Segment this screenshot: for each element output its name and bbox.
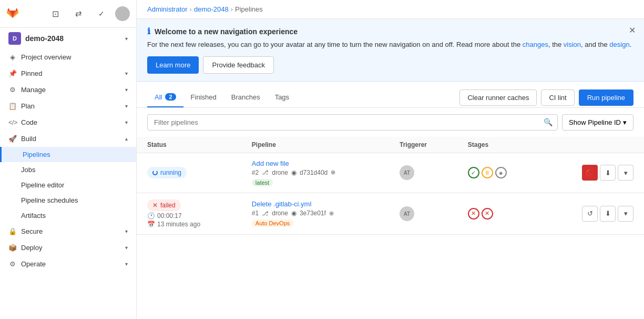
run-pipeline-button[interactable]: Run pipeline — [579, 89, 633, 106]
chevron-down-icon: ▾ — [125, 87, 128, 93]
download-pipeline-button[interactable]: ⬇ — [600, 165, 616, 181]
clear-runner-caches-button[interactable]: Clear runner caches — [459, 89, 537, 106]
show-pipeline-id-button[interactable]: Show Pipeline ID ▾ — [562, 114, 633, 131]
sidebar-toggle-button[interactable]: ⊡ — [46, 4, 65, 23]
sidebar-toggle-icon: ⊡ — [52, 9, 59, 19]
sidebar-item-label: Plan — [21, 102, 35, 110]
more-actions-button[interactable]: ▾ — [618, 206, 633, 222]
ci-lint-button[interactable]: CI lint — [541, 89, 574, 106]
stage-fail-icon-1[interactable]: ✕ — [468, 208, 479, 220]
banner-link-vision[interactable]: vision — [564, 41, 581, 48]
svg-text:AT: AT — [404, 170, 410, 176]
sidebar-item-code[interactable]: </> Code ▾ — [0, 114, 136, 131]
row-status-cell: ✕ failed 🕐 00:00:17 📅 13 minutes ago — [137, 193, 241, 234]
manage-icon: ⚙ — [8, 86, 17, 94]
sidebar-item-plan[interactable]: 📋 Plan ▾ — [0, 98, 136, 114]
sidebar-item-build[interactable]: 🚀 Build ▴ — [0, 131, 136, 147]
breadcrumb-admin[interactable]: Administrator — [147, 5, 188, 13]
chevron-down-icon: ▾ — [125, 103, 128, 109]
banner-link-design[interactable]: design — [609, 41, 629, 48]
chevron-down-icon: ▾ — [624, 210, 628, 217]
stage-warning-icon[interactable]: ⏸ — [482, 167, 493, 178]
table-row: ✕ failed 🕐 00:00:17 📅 13 minutes ago — [137, 193, 644, 234]
tab-all[interactable]: All 2 — [147, 88, 183, 107]
download-icon: ⬇ — [605, 210, 611, 217]
status-badge-running: running — [147, 167, 187, 178]
plan-icon: 📋 — [8, 102, 17, 110]
breadcrumb-sep-2: › — [231, 5, 233, 13]
pipeline-title-link[interactable]: Delete .gitlab-ci.yml — [252, 200, 311, 208]
user-avatar[interactable] — [115, 6, 130, 21]
stage-pending-icon[interactable]: ● — [495, 167, 507, 178]
col-stages: Stages — [457, 137, 542, 153]
more-actions-button[interactable]: ▾ — [618, 165, 633, 181]
merge-requests-button[interactable]: ⇄ — [69, 4, 88, 23]
status-label: failed — [160, 202, 176, 209]
breadcrumb-project[interactable]: demo-2048 — [194, 5, 229, 13]
tab-tags-label: Tags — [275, 93, 289, 101]
commit-icon: ◉ — [291, 210, 297, 217]
sidebar: ⊡ ⇄ ✓ D demo-2048 ▾ ◈ Project overview 📌… — [0, 0, 137, 319]
banner-description: For the next few releases, you can go to… — [147, 39, 633, 50]
sidebar-sub-item-pipelines[interactable]: Pipelines — [0, 147, 136, 162]
pipeline-toolbar-buttons: Clear runner caches CI lint Run pipeline — [459, 89, 633, 106]
cancel-pipeline-button[interactable]: 🚫 — [582, 165, 598, 181]
provide-feedback-button[interactable]: Provide feedback — [203, 56, 273, 74]
sidebar-sub-item-pipeline-editor[interactable]: Pipeline editor — [0, 177, 136, 193]
banner-title-text: Welcome to a new navigation experience — [155, 27, 298, 36]
sidebar-item-manage[interactable]: ⚙ Manage ▾ — [0, 82, 136, 98]
row-actions-container: ↺ ⬇ ▾ — [552, 206, 633, 222]
commit-hash: 3e73e01f — [300, 210, 326, 217]
sidebar-item-deploy[interactable]: 📦 Deploy ▾ — [0, 240, 136, 256]
search-icon: 🔍 — [544, 118, 553, 126]
stage-success-icon[interactable]: ✓ — [468, 167, 479, 178]
info-icon: ℹ — [147, 26, 150, 36]
sidebar-item-label: Code — [21, 118, 37, 126]
tab-finished[interactable]: Finished — [183, 88, 224, 107]
sidebar-item-operate[interactable]: ⚙ Operate ▾ — [0, 256, 136, 272]
banner-close-button[interactable]: ✕ — [629, 25, 636, 35]
pipeline-time: 🕐 00:00:17 — [147, 212, 231, 220]
sidebar-sub-item-artifacts[interactable]: Artifacts — [0, 208, 136, 223]
pipeline-number: #2 — [252, 169, 259, 176]
stage-fail-icon-2[interactable]: ✕ — [482, 208, 493, 220]
gitlab-logo[interactable] — [6, 7, 19, 21]
breadcrumb-current: Pipelines — [235, 5, 263, 13]
pinned-icon: 📌 — [8, 69, 17, 77]
chevron-down-icon: ▾ — [624, 169, 628, 177]
row-actions-cell: ↺ ⬇ ▾ — [541, 193, 644, 234]
branch-name: drone — [272, 210, 288, 217]
sidebar-sub-item-label: Pipelines — [23, 151, 50, 158]
sidebar-sub-item-jobs[interactable]: Jobs — [0, 162, 136, 177]
sidebar-sub-item-pipeline-schedules[interactable]: Pipeline schedules — [0, 193, 136, 208]
merge-requests-icon: ⇄ — [75, 9, 82, 18]
pipeline-badge-autodevops: Auto DevOps — [252, 220, 293, 227]
build-icon: 🚀 — [8, 135, 17, 143]
tab-all-label: All — [155, 93, 162, 101]
tab-branches[interactable]: Branches — [224, 88, 268, 107]
learn-more-button[interactable]: Learn more — [147, 56, 199, 74]
chevron-down-icon: ▾ — [125, 119, 128, 125]
operate-icon: ⚙ — [8, 260, 17, 268]
download-icon: ⬇ — [605, 169, 611, 177]
project-overview-icon: ◈ — [8, 53, 17, 61]
banner-link-changes[interactable]: changes — [523, 41, 548, 48]
project-icon: D — [8, 32, 21, 45]
sidebar-item-project-overview[interactable]: ◈ Project overview — [0, 49, 136, 65]
retry-pipeline-button[interactable]: ↺ — [582, 206, 598, 222]
sidebar-top-bar: ⊡ ⇄ ✓ — [0, 0, 136, 28]
filter-pipelines-input[interactable] — [147, 114, 558, 131]
sidebar-item-label: Manage — [21, 86, 46, 94]
sidebar-item-label: Build — [21, 135, 36, 143]
tab-tags[interactable]: Tags — [268, 88, 297, 107]
pipeline-title-link[interactable]: Add new file — [252, 160, 289, 167]
project-selector[interactable]: D demo-2048 ▾ — [0, 28, 136, 49]
todo-button[interactable]: ✓ — [92, 4, 111, 23]
row-actions-cell: 🚫 ⬇ ▾ — [541, 153, 644, 193]
pipeline-table: Status Pipeline Triggerer Stages running — [137, 137, 644, 235]
sidebar-item-label: Pinned — [21, 69, 42, 77]
sidebar-item-pinned[interactable]: 📌 Pinned ▾ — [0, 65, 136, 82]
download-pipeline-button[interactable]: ⬇ — [600, 206, 616, 222]
sidebar-sub-item-label: Artifacts — [21, 212, 46, 220]
sidebar-item-secure[interactable]: 🔒 Secure ▾ — [0, 223, 136, 240]
